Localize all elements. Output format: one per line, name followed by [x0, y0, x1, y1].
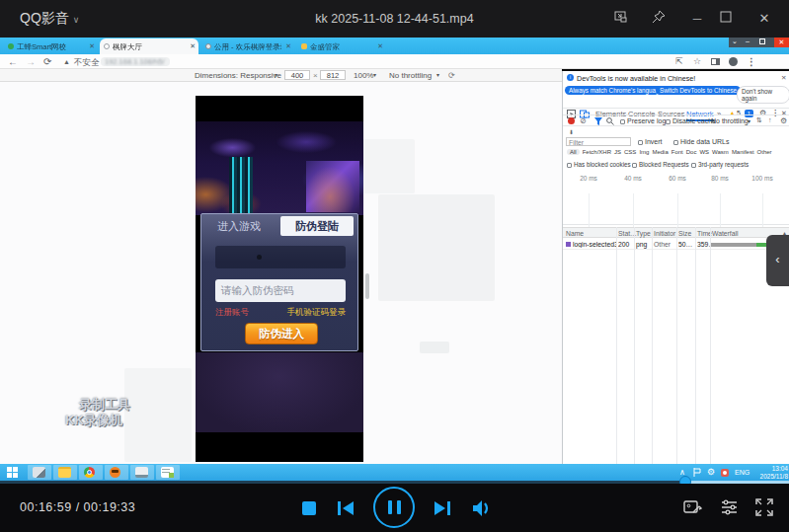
tab2-favicon-icon — [104, 43, 110, 49]
settings-button[interactable] — [720, 498, 739, 516]
checkbox-icon — [567, 163, 572, 168]
tick-label: 40 ms — [624, 175, 642, 182]
bookmark-star-icon: ☆ — [693, 56, 701, 66]
col-initiator: Initiator — [654, 230, 675, 237]
tab1-favicon-icon — [8, 43, 14, 49]
captured-window-band: ⌄ – — [729, 38, 774, 47]
tab4-favicon-icon — [301, 43, 307, 49]
next-icon — [434, 501, 445, 515]
dialog-links: 注册账号 手机验证码登录 — [215, 307, 346, 319]
maximize-icon — [720, 10, 732, 24]
tab4-close-icon: ✕ — [377, 42, 383, 50]
fullscreen-button[interactable] — [755, 498, 773, 516]
captured-restore-chevron-icon: ⌄ — [732, 38, 738, 45]
game-viewport: 进入游戏 防伪登陆 请输入防伪密码 注册账号 手机验证码登录 防伪进入 — [196, 96, 363, 462]
pause-button[interactable] — [373, 487, 415, 528]
chip: Fetch/XHR — [583, 149, 611, 155]
download-arrow-icon: ⬇ — [569, 128, 574, 135]
infobar-message: DevTools is now available in Chinese! — [577, 74, 695, 83]
window-app-icon — [135, 467, 148, 478]
close-button[interactable]: ✕ — [754, 10, 774, 28]
image-thumb-icon — [566, 242, 571, 247]
neon-pillar — [229, 157, 253, 215]
request-filters-row: Has blocked cookies Blocked Requests 3rd… — [563, 160, 789, 171]
invert-checkbox: Invert — [638, 138, 663, 145]
device-toolbar: Dimensions: Responsive ▾ 400 × 812 100% … — [0, 69, 562, 82]
minimize-button[interactable]: ─ — [687, 10, 707, 28]
network-throttling-select: No throttling — [711, 117, 749, 124]
pause-icon — [388, 500, 392, 514]
captured-taskbar: ∧ ⚙ ENG 13:04 2025/11/8 — [0, 464, 789, 481]
volume-button[interactable] — [471, 499, 493, 517]
browser-toolbar: ← → ⟳ ▲ 不安全 192.168.1.108/h5/ ⇱ ☆ ⋮ — [0, 54, 789, 69]
record-network-icon — [568, 117, 575, 124]
waterfall-stalled-bar — [710, 243, 756, 247]
tab4-title: 金盛管家 — [310, 42, 377, 52]
chip: WS — [699, 149, 709, 155]
volume-icon — [471, 499, 493, 517]
tray-time: 13:04 — [772, 465, 788, 472]
switch-chinese-button: Switch DevTools to Chinese — [656, 86, 741, 95]
browser-tabstrip: 工蜂Smart网校 ✕ 棋牌大厅 ✕ 公用 - 欢乐棋牌登录地址 ✕ 金盛管家 … — [0, 38, 789, 54]
pin-on-top-button[interactable] — [652, 10, 671, 28]
content-scrollbar-thumb — [365, 273, 369, 299]
checkbox-icon — [620, 119, 625, 124]
info-icon: i — [567, 74, 574, 81]
taskbar-chrome — [79, 465, 103, 480]
chip: JS — [614, 149, 621, 155]
player-titlebar[interactable]: QQ影音 ∨ kk 2025-11-08 12-44-51.mp4 ─ ✕ — [0, 0, 789, 38]
mini-mode-button[interactable] — [614, 10, 634, 28]
tab3-title: 公用 - 欢乐棋牌登录地址 — [214, 42, 281, 52]
viewport-width-field: 400 — [284, 70, 310, 80]
captured-minimize-icon: – — [746, 38, 750, 44]
devtools-panel: i DevTools is now available in Chinese! … — [562, 71, 789, 501]
forward-icon: → — [26, 56, 36, 67]
screenshot-tool-button[interactable] — [683, 498, 702, 516]
checkbox-icon — [673, 140, 678, 145]
back-icon: ← — [8, 56, 18, 67]
stop-button[interactable] — [302, 501, 316, 515]
chrome-icon — [84, 467, 95, 478]
network-filter-row: Filter Invert Hide data URLs — [563, 136, 789, 148]
stop-icon — [302, 501, 316, 515]
reload-icon: ⟳ — [43, 56, 51, 67]
browser-tab-1: 工蜂Smart网校 ✕ — [4, 38, 98, 54]
viewport-height-field: 812 — [320, 70, 346, 80]
dimensions-times: × — [313, 71, 318, 80]
previous-icon — [338, 501, 341, 515]
tab3-favicon-icon — [205, 43, 211, 49]
account-input — [215, 246, 346, 268]
tool-app-icon — [33, 467, 45, 478]
timeline-overview: 20 ms 40 ms 60 ms 80 ms 100 ms — [563, 172, 789, 225]
folder-icon — [58, 467, 71, 478]
clear-network-icon: ⊘ — [580, 116, 587, 125]
side-drawer-handle: ‹ — [766, 235, 789, 286]
third-party-checkbox: 3rd-party requests — [691, 161, 749, 168]
rotate-viewport-icon: ⟳ — [448, 71, 455, 80]
cursor-dot — [257, 255, 262, 260]
video-display-area[interactable]: 工蜂Smart网校 ✕ 棋牌大厅 ✕ 公用 - 欢乐棋牌登录地址 ✕ 金盛管家 … — [0, 38, 789, 481]
checkbox-icon — [691, 163, 696, 168]
request-type: png — [636, 241, 647, 248]
import-har-icon: ↑ — [768, 116, 772, 123]
tab1-title: 工蜂Smart网校 — [17, 42, 84, 52]
video-artifact — [378, 194, 495, 301]
maximize-button[interactable] — [720, 10, 740, 28]
game-lower-background — [196, 352, 363, 432]
antifake-enter-button: 防伪进入 — [245, 323, 318, 344]
tab2-title: 棋牌大厅 — [113, 42, 180, 52]
taskbar-file-explorer — [53, 465, 77, 480]
search-icon — [606, 117, 614, 125]
chevron-left-icon: ‹ — [775, 252, 779, 266]
tray-date: 2025/11/8 — [760, 473, 788, 480]
login-dialog: 进入游戏 防伪登陆 请输入防伪密码 注册账号 手机验证码登录 防伪进入 — [200, 213, 358, 351]
filter-funnel-icon — [594, 117, 602, 125]
taskbar-app-orange — [105, 465, 128, 480]
col-waterfall: Waterfall — [712, 230, 739, 237]
col-name: Name — [566, 230, 584, 237]
player-control-bar: 00:16:59 / 00:19:33 — [0, 484, 789, 532]
not-secure-warning-icon: ▲ — [63, 58, 70, 65]
taskbar-notepad — [156, 465, 180, 480]
network-settings-gear-icon: ⚙ — [780, 116, 787, 125]
tick-label: 100 ms — [751, 175, 772, 182]
